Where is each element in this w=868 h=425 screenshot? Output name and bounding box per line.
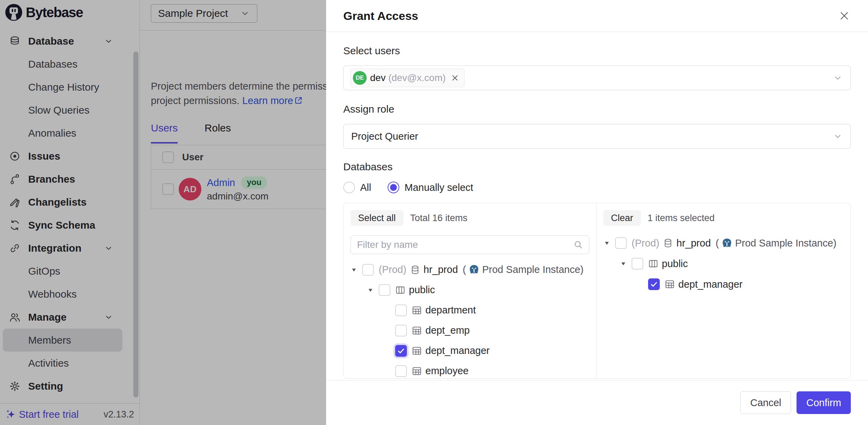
tree-row-dept_manager: dept_manager bbox=[350, 341, 589, 361]
checkbox-hr_prod[interactable] bbox=[362, 264, 374, 276]
assign-role-label: Assign role bbox=[343, 103, 851, 115]
modal-header: Grant Access bbox=[326, 0, 868, 32]
tree-node-name: dept_manager bbox=[678, 279, 743, 290]
modal-title: Grant Access bbox=[343, 9, 418, 23]
caret-expand-icon[interactable] bbox=[367, 287, 375, 294]
radio-all[interactable]: All bbox=[343, 182, 371, 193]
selected-count-label: 1 items selected bbox=[648, 213, 715, 223]
clear-button[interactable]: Clear bbox=[603, 210, 641, 226]
radio-all-label: All bbox=[360, 182, 371, 193]
tree-row-public: public bbox=[350, 280, 589, 300]
grant-access-modal: Grant Access Select users DE dev (dev@x.… bbox=[326, 0, 868, 425]
checkbox-dept_manager[interactable] bbox=[395, 345, 407, 357]
selected-user-email: (dev@x.com) bbox=[388, 72, 446, 83]
tree-row-department: department bbox=[350, 300, 589, 320]
caret-expand-icon[interactable] bbox=[603, 240, 611, 246]
postgresql-icon bbox=[721, 238, 733, 249]
source-pane: Select all Total 16 items (Prod)hr_prod(… bbox=[344, 203, 597, 378]
postgresql-icon bbox=[468, 264, 480, 275]
modal-backdrop[interactable] bbox=[0, 0, 326, 425]
database-icon bbox=[663, 238, 673, 248]
instance-name: Prod Sample Instance) bbox=[482, 264, 583, 275]
checkbox-employee[interactable] bbox=[395, 365, 407, 377]
select-users-input[interactable]: DE dev (dev@x.com) bbox=[343, 66, 851, 90]
filter-input[interactable] bbox=[356, 239, 573, 251]
filter-box bbox=[350, 236, 589, 254]
radio-manually-select[interactable]: Manually select bbox=[388, 182, 473, 193]
source-tree: (Prod)hr_prod(Prod Sample Instance)publi… bbox=[350, 260, 589, 378]
chevron-down-icon bbox=[833, 131, 843, 141]
tree-node-name: employee bbox=[425, 365, 469, 377]
cancel-button[interactable]: Cancel bbox=[740, 391, 791, 414]
select-users-label: Select users bbox=[343, 45, 851, 57]
source-pane-header: Select all Total 16 items bbox=[350, 210, 589, 226]
tree-row-hr_prod: (Prod)hr_prod(Prod Sample Instance) bbox=[603, 233, 844, 253]
database-icon bbox=[410, 265, 420, 275]
avatar: DE bbox=[353, 71, 367, 85]
checkbox-dept_emp[interactable] bbox=[395, 325, 407, 336]
tree-row-dept_emp: dept_emp bbox=[350, 320, 589, 341]
tree-node-name: hr_prod bbox=[424, 264, 458, 275]
table-icon bbox=[412, 305, 422, 315]
environment-label: (Prod) bbox=[379, 264, 407, 275]
environment-label: (Prod) bbox=[632, 238, 659, 249]
radio-selected-icon bbox=[388, 182, 399, 193]
instance-paren: ( bbox=[716, 238, 719, 249]
tree-row-employee: employee bbox=[350, 361, 589, 378]
radio-icon bbox=[343, 182, 355, 193]
database-scope-radios: All Manually select bbox=[343, 182, 851, 193]
selected-user-name: dev bbox=[370, 72, 386, 83]
selected-tree: (Prod)hr_prod(Prod Sample Instance)publi… bbox=[603, 233, 844, 295]
close-icon[interactable] bbox=[838, 9, 851, 22]
caret-expand-icon[interactable] bbox=[350, 266, 358, 273]
tree-row-dept_manager: dept_manager bbox=[603, 274, 844, 295]
database-transfer-panel: Select all Total 16 items (Prod)hr_prod(… bbox=[343, 203, 851, 379]
selected-pane-header: Clear 1 items selected bbox=[603, 210, 844, 226]
tree-row-public: public bbox=[603, 253, 844, 274]
tree-row-hr_prod: (Prod)hr_prod(Prod Sample Instance) bbox=[350, 260, 589, 280]
schema-icon bbox=[648, 259, 658, 269]
tree-node-name: hr_prod bbox=[677, 238, 711, 249]
tree-node-name: dept_emp bbox=[425, 325, 470, 336]
chevron-down-icon bbox=[833, 73, 843, 83]
checkbox-department[interactable] bbox=[395, 305, 407, 316]
search-icon bbox=[573, 240, 583, 250]
modal-footer: Cancel Confirm bbox=[326, 380, 868, 425]
schema-icon bbox=[395, 285, 405, 295]
table-icon bbox=[412, 325, 422, 336]
confirm-button[interactable]: Confirm bbox=[797, 391, 851, 414]
tree-node-name: public bbox=[409, 284, 435, 296]
databases-label: Databases bbox=[343, 161, 851, 173]
selected-pane: Clear 1 items selected (Prod)hr_prod(Pro… bbox=[597, 203, 850, 378]
tree-node-name: public bbox=[662, 258, 688, 269]
caret-expand-icon[interactable] bbox=[620, 260, 627, 267]
checkbox-public[interactable] bbox=[632, 258, 643, 269]
selected-user-tag: DE dev (dev@x.com) bbox=[350, 69, 465, 87]
role-select-value: Project Querier bbox=[351, 131, 418, 142]
tree-node-name: dept_manager bbox=[425, 345, 490, 356]
table-icon bbox=[412, 346, 422, 356]
instance-name: Prod Sample Instance) bbox=[735, 238, 836, 249]
select-all-button[interactable]: Select all bbox=[350, 210, 403, 226]
radio-manual-label: Manually select bbox=[404, 182, 473, 193]
table-icon bbox=[412, 366, 422, 376]
remove-user-icon[interactable] bbox=[450, 73, 459, 82]
modal-body: Select users DE dev (dev@x.com) Assign r… bbox=[326, 32, 868, 380]
tree-node-name: department bbox=[425, 305, 476, 316]
instance-paren: ( bbox=[463, 264, 466, 275]
checkbox-public[interactable] bbox=[379, 284, 390, 296]
table-icon bbox=[665, 279, 675, 289]
total-items-label: Total 16 items bbox=[410, 213, 468, 223]
checkbox-dept_manager[interactable] bbox=[648, 278, 660, 290]
role-select[interactable]: Project Querier bbox=[343, 124, 851, 149]
checkbox-hr_prod[interactable] bbox=[615, 237, 627, 249]
